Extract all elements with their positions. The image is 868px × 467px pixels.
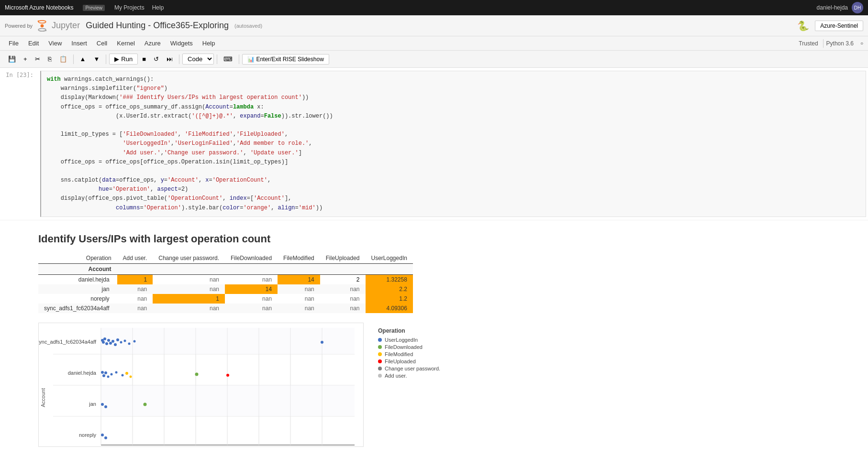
dot [124,339,126,342]
change-pwd-cell-2: nan [153,284,225,294]
change-pwd-header: Change user password. [153,253,225,264]
h2-spacer-2 [153,263,225,274]
legend-item-changepwd: Change user password. [378,366,440,371]
file-mod-header: FileModified [278,253,320,264]
dot [195,372,199,376]
user-logged-cell-1: 1.32258 [366,274,413,284]
legend-label-changepwd: Change user password. [385,366,440,371]
my-projects-link[interactable]: My Projects [114,4,145,11]
dot [114,343,117,346]
file-mod-cell-4: nan [278,304,320,313]
user-logged-header: UserLoggedIn [366,253,413,264]
powered-by-area: Powered by Jupyter [5,19,80,33]
svg-point-2 [41,24,44,27]
user-info: daniel-hejda DH [817,2,863,13]
file-dl-cell-1: nan [225,274,278,284]
dot [128,342,131,345]
account-cell-2: jan [38,284,117,294]
dot [101,434,104,436]
dot [107,375,110,378]
file-dl-cell-3: nan [225,294,278,304]
move-down-button[interactable]: ▼ [90,54,103,65]
cell-type-select[interactable]: Code [182,54,214,65]
run-button[interactable]: ▶ Run [109,54,138,65]
azure-sentinel-button[interactable]: Azure-Sentinel [815,21,863,31]
h2-spacer-4 [278,263,320,274]
user-logged-cell-4: 4.09306 [366,304,413,313]
file-up-header: FileUploaded [320,253,366,264]
restart-button[interactable]: ↺ [150,54,162,65]
dot [116,338,119,341]
username: daniel-hejda [817,4,848,11]
copy-button[interactable]: ⎘ [45,54,55,65]
keyboard-shortcuts-button[interactable]: ⌨ [220,54,236,65]
toolbar-sep-3 [179,54,179,64]
section-heading: Identify Users/IPs with largest operatio… [38,233,868,245]
dot [104,371,107,374]
dot [122,374,124,376]
dot [130,375,132,378]
dot [226,374,229,377]
menu-edit[interactable]: Edit [24,38,43,49]
svg-point-3 [38,20,39,22]
legend-title: Operation [378,327,440,334]
menu-kernel[interactable]: Kernel [113,38,139,49]
scatter-plot-wrapper: Account sync_adfs1_fc62034a4aff daniel.h… [38,323,364,448]
table-row: jan nan nan 14 nan nan 2.2 [38,284,413,294]
add-cell-button[interactable]: + [20,54,31,65]
paste-button[interactable]: 📋 [56,54,70,65]
restart-run-button[interactable]: ⏭ [163,54,176,65]
notebook-title[interactable]: Guided Hunting - Office365-Exploring [86,21,229,31]
file-mod-cell-3: nan [278,294,320,304]
stop-button[interactable]: ■ [139,54,149,65]
legend-item-fileuploaded: FileUploaded [378,358,440,364]
preview-badge: Preview [83,5,105,11]
h2-spacer-6 [366,263,413,274]
run-icon: ▶ [114,55,119,63]
dot [321,341,323,344]
menu-azure[interactable]: Azure [141,38,165,49]
pivot-table-wrapper: Operation Add user. Change user password… [38,253,868,313]
dot [105,342,108,345]
avatar: DH [852,2,863,13]
save-button[interactable]: 💾 [5,54,19,65]
user-logged-cell-2: 2.2 [366,284,413,294]
jupyter-header: Powered by Jupyter Guided Hunting - Offi… [0,15,868,36]
move-up-button[interactable]: ▲ [77,54,89,65]
menu-file[interactable]: File [5,38,22,49]
legend-item-adduser: Add user. [378,373,440,379]
menu-insert[interactable]: Insert [67,38,91,49]
dot [102,341,105,344]
rise-button[interactable]: 📊 Enter/Exit RISE Slideshow [242,54,329,65]
dot [104,436,107,439]
h2-spacer-1 [117,263,153,274]
legend-item-filemodified: FileModified [378,351,440,357]
chart-legend: Operation UserLoggedIn FileDownloaded Fi… [373,323,445,385]
file-up-cell-2: nan [320,284,366,294]
file-dl-cell-2: 14 [225,284,278,294]
svg-rect-18 [101,385,355,416]
dot [101,371,104,374]
toolbar-sep-4 [217,54,217,64]
dot [101,403,104,406]
chart-area: Account sync_adfs1_fc62034a4aff daniel.h… [38,323,868,448]
file-dl-cell-4: nan [225,304,278,313]
cell-code-content[interactable]: with warnings.catch_warnings(): warnings… [38,68,868,220]
dot [144,402,147,406]
kernel-status-icon: ○ [860,41,863,46]
change-pwd-cell-4: nan [153,304,225,313]
output-area: Identify Users/IPs with largest operatio… [38,220,868,458]
powered-by-text: Powered by [5,23,33,29]
help-link[interactable]: Help [152,4,164,11]
menu-help[interactable]: Help [199,38,219,49]
cut-button[interactable]: ✂ [32,54,44,65]
menu-view[interactable]: View [45,38,66,49]
trusted-badge: Trusted [796,39,821,48]
code-block[interactable]: with warnings.catch_warnings(): warnings… [40,71,866,217]
menu-bar: File Edit View Insert Cell Kernel Azure … [0,36,868,51]
menu-widgets[interactable]: Widgets [167,38,197,49]
top-navbar: Microsoft Azure Notebooks Preview My Pro… [0,0,868,15]
menu-cell[interactable]: Cell [93,38,111,49]
dot [125,372,128,375]
legend-label-filedownloaded: FileDownloaded [385,344,423,350]
